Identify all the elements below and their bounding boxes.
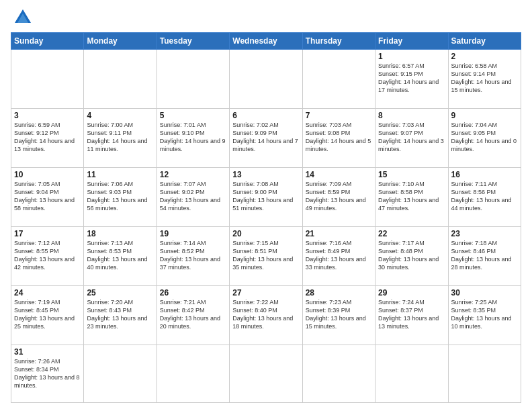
day-number: 23 <box>451 229 518 238</box>
day-number: 17 <box>14 229 81 238</box>
calendar-cell: 28Sunrise: 7:23 AM Sunset: 8:39 PM Dayli… <box>302 285 375 345</box>
calendar-cell <box>84 50 157 109</box>
calendar-cell: 18Sunrise: 7:13 AM Sunset: 8:53 PM Dayli… <box>84 226 157 285</box>
day-number: 21 <box>306 229 372 238</box>
calendar-cell: 24Sunrise: 7:19 AM Sunset: 8:45 PM Dayli… <box>11 285 84 345</box>
day-info: Sunrise: 7:16 AM Sunset: 8:49 PM Dayligh… <box>306 239 372 272</box>
day-info: Sunrise: 7:00 AM Sunset: 9:11 PM Dayligh… <box>87 121 153 154</box>
calendar-cell <box>157 345 229 402</box>
day-number: 9 <box>451 111 518 120</box>
calendar-cell: 14Sunrise: 7:09 AM Sunset: 8:59 PM Dayli… <box>302 167 375 226</box>
day-info: Sunrise: 7:12 AM Sunset: 8:55 PM Dayligh… <box>14 239 81 272</box>
calendar-week-row: 3Sunrise: 6:59 AM Sunset: 9:12 PM Daylig… <box>11 108 521 167</box>
calendar-cell: 6Sunrise: 7:02 AM Sunset: 9:09 PM Daylig… <box>230 108 302 167</box>
day-info: Sunrise: 7:19 AM Sunset: 8:45 PM Dayligh… <box>14 298 81 331</box>
calendar-cell <box>302 345 375 402</box>
calendar-table: SundayMondayTuesdayWednesdayThursdayFrid… <box>11 32 521 403</box>
weekday-header-saturday: Saturday <box>448 33 521 50</box>
calendar-cell: 30Sunrise: 7:25 AM Sunset: 8:35 PM Dayli… <box>448 285 521 345</box>
day-info: Sunrise: 7:05 AM Sunset: 9:04 PM Dayligh… <box>14 180 81 213</box>
calendar-cell <box>448 345 521 402</box>
calendar-cell: 22Sunrise: 7:17 AM Sunset: 8:48 PM Dayli… <box>375 226 448 285</box>
calendar-cell: 1Sunrise: 6:57 AM Sunset: 9:15 PM Daylig… <box>375 50 448 109</box>
day-number: 15 <box>378 170 445 179</box>
day-info: Sunrise: 7:15 AM Sunset: 8:51 PM Dayligh… <box>232 239 299 272</box>
day-info: Sunrise: 7:10 AM Sunset: 8:58 PM Dayligh… <box>378 180 445 213</box>
day-info: Sunrise: 7:13 AM Sunset: 8:53 PM Dayligh… <box>87 239 153 272</box>
weekday-header-monday: Monday <box>84 33 157 50</box>
day-number: 3 <box>14 111 81 120</box>
day-number: 13 <box>232 170 299 179</box>
calendar-cell: 26Sunrise: 7:21 AM Sunset: 8:42 PM Dayli… <box>157 285 229 345</box>
calendar-cell: 7Sunrise: 7:03 AM Sunset: 9:08 PM Daylig… <box>302 108 375 167</box>
day-number: 25 <box>87 288 153 298</box>
day-number: 14 <box>306 170 372 179</box>
logo <box>11 8 32 27</box>
day-info: Sunrise: 7:25 AM Sunset: 8:35 PM Dayligh… <box>451 298 518 331</box>
day-number: 30 <box>451 288 518 298</box>
calendar-cell: 9Sunrise: 7:04 AM Sunset: 9:05 PM Daylig… <box>448 108 521 167</box>
day-number: 24 <box>14 288 81 298</box>
day-number: 27 <box>232 288 299 298</box>
calendar-cell: 19Sunrise: 7:14 AM Sunset: 8:52 PM Dayli… <box>157 226 229 285</box>
calendar-cell: 8Sunrise: 7:03 AM Sunset: 9:07 PM Daylig… <box>375 108 448 167</box>
day-info: Sunrise: 7:11 AM Sunset: 8:56 PM Dayligh… <box>451 180 518 213</box>
day-info: Sunrise: 7:07 AM Sunset: 9:02 PM Dayligh… <box>160 180 226 213</box>
day-number: 20 <box>232 229 299 238</box>
weekday-header-friday: Friday <box>375 33 448 50</box>
day-info: Sunrise: 7:21 AM Sunset: 8:42 PM Dayligh… <box>160 298 226 331</box>
day-number: 19 <box>160 229 226 238</box>
day-number: 7 <box>306 111 372 120</box>
calendar-cell: 5Sunrise: 7:01 AM Sunset: 9:10 PM Daylig… <box>157 108 229 167</box>
day-info: Sunrise: 7:03 AM Sunset: 9:08 PM Dayligh… <box>306 121 372 154</box>
day-number: 11 <box>87 170 153 179</box>
day-number: 1 <box>378 52 445 61</box>
header <box>11 8 521 27</box>
day-number: 5 <box>160 111 226 120</box>
calendar-cell <box>230 50 302 109</box>
calendar-cell: 11Sunrise: 7:06 AM Sunset: 9:03 PM Dayli… <box>84 167 157 226</box>
day-info: Sunrise: 7:08 AM Sunset: 9:00 PM Dayligh… <box>232 180 299 213</box>
weekday-header-row: SundayMondayTuesdayWednesdayThursdayFrid… <box>11 33 521 50</box>
weekday-header-thursday: Thursday <box>302 33 375 50</box>
day-number: 6 <box>232 111 299 120</box>
calendar-cell: 12Sunrise: 7:07 AM Sunset: 9:02 PM Dayli… <box>157 167 229 226</box>
calendar-cell <box>84 345 157 402</box>
day-info: Sunrise: 7:01 AM Sunset: 9:10 PM Dayligh… <box>160 121 226 154</box>
calendar-week-row: 1Sunrise: 6:57 AM Sunset: 9:15 PM Daylig… <box>11 50 521 109</box>
calendar-week-row: 10Sunrise: 7:05 AM Sunset: 9:04 PM Dayli… <box>11 167 521 226</box>
calendar-cell: 31Sunrise: 7:26 AM Sunset: 8:34 PM Dayli… <box>11 345 84 402</box>
logo-icon <box>13 8 32 27</box>
calendar-cell: 25Sunrise: 7:20 AM Sunset: 8:43 PM Dayli… <box>84 285 157 345</box>
calendar-cell: 29Sunrise: 7:24 AM Sunset: 8:37 PM Dayli… <box>375 285 448 345</box>
calendar-cell: 15Sunrise: 7:10 AM Sunset: 8:58 PM Dayli… <box>375 167 448 226</box>
day-info: Sunrise: 7:09 AM Sunset: 8:59 PM Dayligh… <box>306 180 372 213</box>
calendar-cell <box>302 50 375 109</box>
calendar-cell: 3Sunrise: 6:59 AM Sunset: 9:12 PM Daylig… <box>11 108 84 167</box>
day-info: Sunrise: 7:03 AM Sunset: 9:07 PM Dayligh… <box>378 121 445 154</box>
day-info: Sunrise: 7:23 AM Sunset: 8:39 PM Dayligh… <box>306 298 372 331</box>
calendar-cell: 4Sunrise: 7:00 AM Sunset: 9:11 PM Daylig… <box>84 108 157 167</box>
calendar-week-row: 17Sunrise: 7:12 AM Sunset: 8:55 PM Dayli… <box>11 226 521 285</box>
calendar-cell: 10Sunrise: 7:05 AM Sunset: 9:04 PM Dayli… <box>11 167 84 226</box>
calendar-week-row: 24Sunrise: 7:19 AM Sunset: 8:45 PM Dayli… <box>11 285 521 345</box>
weekday-header-sunday: Sunday <box>11 33 84 50</box>
day-info: Sunrise: 7:22 AM Sunset: 8:40 PM Dayligh… <box>232 298 299 331</box>
calendar-cell <box>11 50 84 109</box>
day-info: Sunrise: 7:18 AM Sunset: 8:46 PM Dayligh… <box>451 239 518 272</box>
calendar-cell: 23Sunrise: 7:18 AM Sunset: 8:46 PM Dayli… <box>448 226 521 285</box>
page: SundayMondayTuesdayWednesdayThursdayFrid… <box>0 0 532 411</box>
day-number: 22 <box>378 229 445 238</box>
day-number: 4 <box>87 111 153 120</box>
calendar-cell <box>230 345 302 402</box>
day-info: Sunrise: 6:58 AM Sunset: 9:14 PM Dayligh… <box>451 62 518 95</box>
day-info: Sunrise: 7:04 AM Sunset: 9:05 PM Dayligh… <box>451 121 518 154</box>
day-number: 18 <box>87 229 153 238</box>
calendar-cell <box>157 50 229 109</box>
calendar-cell <box>375 345 448 402</box>
calendar-cell: 27Sunrise: 7:22 AM Sunset: 8:40 PM Dayli… <box>230 285 302 345</box>
weekday-header-tuesday: Tuesday <box>157 33 229 50</box>
calendar-cell: 16Sunrise: 7:11 AM Sunset: 8:56 PM Dayli… <box>448 167 521 226</box>
day-number: 29 <box>378 288 445 298</box>
weekday-header-wednesday: Wednesday <box>230 33 302 50</box>
